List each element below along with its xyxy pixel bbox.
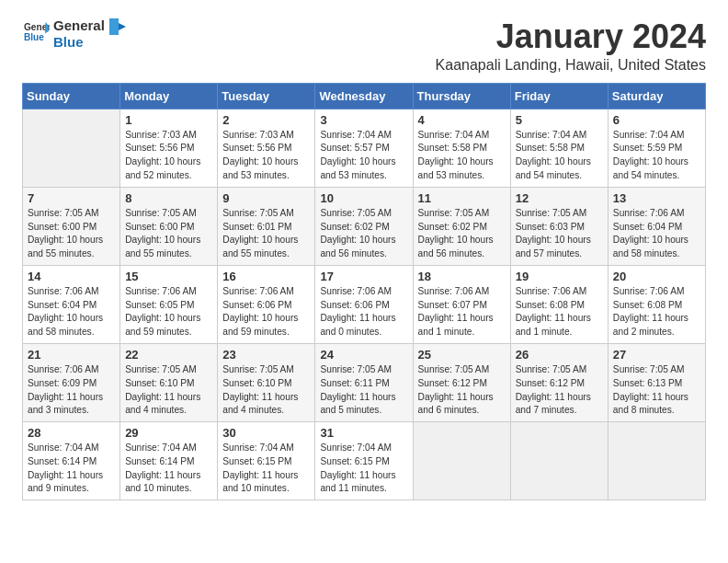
calendar-cell: 16Sunrise: 7:06 AMSunset: 6:06 PMDayligh… (218, 265, 315, 343)
day-info: Sunrise: 7:05 AMSunset: 6:12 PMDaylight:… (418, 363, 506, 418)
day-info: Sunrise: 7:04 AMSunset: 5:58 PMDaylight:… (418, 129, 506, 183)
day-number: 29 (125, 426, 212, 440)
day-info: Sunrise: 7:06 AMSunset: 6:07 PMDaylight:… (418, 285, 506, 339)
day-number: 11 (418, 191, 506, 205)
day-number: 8 (125, 191, 212, 205)
calendar-cell: 2Sunrise: 7:03 AMSunset: 5:56 PMDaylight… (218, 109, 315, 187)
calendar-cell: 19Sunrise: 7:06 AMSunset: 6:08 PMDayligh… (510, 265, 608, 343)
weekday-header: Monday (120, 83, 218, 109)
day-number: 17 (320, 270, 407, 283)
day-number: 21 (28, 348, 115, 362)
calendar-cell: 5Sunrise: 7:04 AMSunset: 5:58 PMDaylight… (510, 109, 608, 187)
day-info: Sunrise: 7:04 AMSunset: 5:59 PMDaylight:… (613, 129, 700, 183)
weekday-header: Tuesday (218, 83, 315, 109)
calendar-cell: 15Sunrise: 7:06 AMSunset: 6:05 PMDayligh… (120, 265, 218, 343)
weekday-header: Saturday (608, 83, 705, 109)
svg-marker-5 (109, 18, 119, 35)
calendar-cell: 13Sunrise: 7:06 AMSunset: 6:04 PMDayligh… (608, 187, 705, 265)
calendar-cell: 10Sunrise: 7:05 AMSunset: 6:02 PMDayligh… (315, 187, 413, 265)
day-number: 16 (222, 270, 310, 283)
weekday-header: Sunday (23, 83, 120, 109)
day-number: 24 (320, 348, 407, 362)
calendar-cell: 22Sunrise: 7:05 AMSunset: 6:10 PMDayligh… (120, 343, 218, 421)
day-info: Sunrise: 7:06 AMSunset: 6:08 PMDaylight:… (516, 285, 603, 339)
day-info: Sunrise: 7:04 AMSunset: 5:58 PMDaylight:… (516, 129, 603, 183)
day-number: 4 (418, 113, 506, 127)
day-info: Sunrise: 7:05 AMSunset: 6:00 PMDaylight:… (125, 207, 212, 261)
calendar-cell: 31Sunrise: 7:04 AMSunset: 6:15 PMDayligh… (315, 422, 413, 500)
calendar-cell (510, 422, 608, 500)
day-info: Sunrise: 7:06 AMSunset: 6:09 PMDaylight:… (28, 363, 115, 418)
day-number: 10 (320, 191, 407, 205)
day-info: Sunrise: 7:05 AMSunset: 6:00 PMDaylight:… (28, 207, 115, 261)
weekday-header: Wednesday (315, 83, 413, 109)
day-number: 1 (125, 113, 212, 127)
calendar-cell: 7Sunrise: 7:05 AMSunset: 6:00 PMDaylight… (23, 187, 120, 265)
day-info: Sunrise: 7:04 AMSunset: 6:14 PMDaylight:… (28, 442, 115, 496)
calendar-cell: 11Sunrise: 7:05 AMSunset: 6:02 PMDayligh… (413, 187, 510, 265)
day-info: Sunrise: 7:05 AMSunset: 6:02 PMDaylight:… (418, 207, 506, 261)
day-number: 18 (418, 270, 506, 283)
calendar-cell: 29Sunrise: 7:04 AMSunset: 6:14 PMDayligh… (120, 422, 218, 500)
day-number: 19 (516, 270, 603, 283)
day-number: 15 (125, 270, 212, 283)
day-number: 7 (28, 191, 115, 205)
calendar-cell: 1Sunrise: 7:03 AMSunset: 5:56 PMDaylight… (120, 109, 218, 187)
weekday-header: Friday (510, 83, 608, 109)
calendar-cell: 6Sunrise: 7:04 AMSunset: 5:59 PMDaylight… (608, 109, 705, 187)
calendar-cell (608, 422, 705, 500)
day-info: Sunrise: 7:06 AMSunset: 6:08 PMDaylight:… (613, 285, 700, 339)
calendar-cell: 14Sunrise: 7:06 AMSunset: 6:04 PMDayligh… (23, 265, 120, 343)
day-info: Sunrise: 7:05 AMSunset: 6:02 PMDaylight:… (320, 207, 407, 261)
day-number: 6 (613, 113, 700, 127)
day-info: Sunrise: 7:04 AMSunset: 5:57 PMDaylight:… (320, 129, 407, 183)
calendar-cell: 17Sunrise: 7:06 AMSunset: 6:06 PMDayligh… (315, 265, 413, 343)
logo-icon: General Blue (24, 19, 50, 45)
title-area: January 2024 Kaanapali Landing, Hawaii, … (436, 18, 706, 74)
day-number: 12 (516, 191, 603, 205)
logo-arrow-icon (109, 18, 126, 35)
day-info: Sunrise: 7:06 AMSunset: 6:06 PMDaylight:… (320, 285, 407, 339)
day-number: 31 (320, 426, 407, 440)
logo: General Blue General Blue (22, 18, 126, 51)
day-info: Sunrise: 7:04 AMSunset: 6:15 PMDaylight:… (222, 442, 310, 496)
day-info: Sunrise: 7:05 AMSunset: 6:12 PMDaylight:… (516, 363, 603, 418)
day-number: 2 (222, 113, 310, 127)
day-info: Sunrise: 7:04 AMSunset: 6:15 PMDaylight:… (320, 442, 407, 496)
weekday-header: Thursday (413, 83, 510, 109)
day-number: 25 (418, 348, 506, 362)
calendar-cell: 8Sunrise: 7:05 AMSunset: 6:00 PMDaylight… (120, 187, 218, 265)
calendar-cell (23, 109, 120, 187)
day-number: 13 (613, 191, 700, 205)
day-info: Sunrise: 7:05 AMSunset: 6:03 PMDaylight:… (516, 207, 603, 261)
header: General Blue General Blue January 2024 K… (22, 18, 706, 74)
day-info: Sunrise: 7:03 AMSunset: 5:56 PMDaylight:… (125, 129, 212, 183)
day-info: Sunrise: 7:05 AMSunset: 6:11 PMDaylight:… (320, 363, 407, 418)
day-info: Sunrise: 7:06 AMSunset: 6:04 PMDaylight:… (28, 285, 115, 339)
calendar-cell: 25Sunrise: 7:05 AMSunset: 6:12 PMDayligh… (413, 343, 510, 421)
day-number: 27 (613, 348, 700, 362)
day-number: 23 (222, 348, 310, 362)
day-number: 26 (516, 348, 603, 362)
calendar-cell: 26Sunrise: 7:05 AMSunset: 6:12 PMDayligh… (510, 343, 608, 421)
calendar-cell: 28Sunrise: 7:04 AMSunset: 6:14 PMDayligh… (23, 422, 120, 500)
calendar-cell (413, 422, 510, 500)
calendar-cell: 4Sunrise: 7:04 AMSunset: 5:58 PMDaylight… (413, 109, 510, 187)
calendar-cell: 20Sunrise: 7:06 AMSunset: 6:08 PMDayligh… (608, 265, 705, 343)
calendar-cell: 23Sunrise: 7:05 AMSunset: 6:10 PMDayligh… (218, 343, 315, 421)
day-info: Sunrise: 7:06 AMSunset: 6:05 PMDaylight:… (125, 285, 212, 339)
calendar-cell: 12Sunrise: 7:05 AMSunset: 6:03 PMDayligh… (510, 187, 608, 265)
day-info: Sunrise: 7:04 AMSunset: 6:14 PMDaylight:… (125, 442, 212, 496)
day-info: Sunrise: 7:05 AMSunset: 6:10 PMDaylight:… (222, 363, 310, 418)
svg-text:Blue: Blue (24, 33, 44, 43)
day-number: 3 (320, 113, 407, 127)
month-title: January 2024 (436, 18, 706, 55)
day-info: Sunrise: 7:05 AMSunset: 6:13 PMDaylight:… (613, 363, 700, 418)
calendar-cell: 24Sunrise: 7:05 AMSunset: 6:11 PMDayligh… (315, 343, 413, 421)
logo-blue: Blue (53, 35, 126, 51)
day-info: Sunrise: 7:06 AMSunset: 6:04 PMDaylight:… (613, 207, 700, 261)
logo-general: General (53, 18, 126, 35)
day-number: 20 (613, 270, 700, 283)
day-number: 9 (222, 191, 310, 205)
calendar-cell: 9Sunrise: 7:05 AMSunset: 6:01 PMDaylight… (218, 187, 315, 265)
